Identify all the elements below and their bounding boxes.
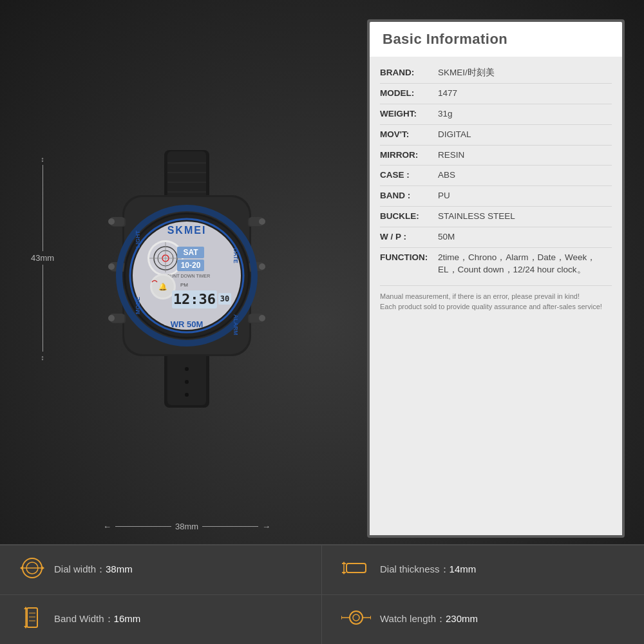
info-content: BRAND:SKMEI/时刻美MODEL:1477WEIGHT:31gMOV'T…	[370, 57, 622, 535]
svg-marker-66	[42, 566, 44, 570]
svg-point-8	[108, 218, 115, 225]
svg-text:SKMEI: SKMEI	[167, 225, 207, 236]
svg-marker-84	[341, 616, 342, 620]
svg-point-80	[350, 611, 363, 624]
info-value-1: 1477	[438, 88, 612, 100]
svg-text:12:36: 12:36	[173, 291, 216, 307]
info-row-2: WEIGHT:31g	[380, 104, 612, 125]
info-label-0: BRAND:	[380, 67, 438, 79]
svg-marker-85	[370, 616, 371, 620]
watch-illustration: LIGHT DATE MODE ALARM SKMEI	[87, 150, 287, 408]
info-label-6: BAND :	[380, 190, 438, 202]
info-label-7: BUCKLE:	[380, 211, 438, 223]
svg-text:MODE: MODE	[135, 297, 141, 314]
svg-text:PM: PM	[180, 282, 188, 288]
info-value-0: SKMEI/时刻美	[438, 67, 612, 79]
svg-marker-71	[342, 562, 346, 564]
info-label-8: W / P :	[380, 231, 438, 243]
info-label-5: CASE :	[380, 169, 438, 182]
info-value-9: 2time，Chrono，Alarm，Date，Week，EL，Count do…	[438, 252, 612, 276]
info-row-1: MODEL:1477	[380, 84, 612, 104]
svg-text:WR 50M: WR 50M	[171, 319, 204, 329]
info-panel: Basic Information BRAND:SKMEI/时刻美MODEL:1…	[367, 19, 625, 538]
svg-point-20	[259, 263, 265, 270]
spec-dial-width: Dial width：38mm	[0, 545, 322, 595]
spec-dial-width-text: Dial width：38mm	[54, 564, 133, 576]
info-note: Manual measurement, if there is an error…	[380, 285, 612, 312]
watch-length-icon	[341, 608, 371, 631]
info-label-2: WEIGHT:	[380, 108, 438, 120]
info-label-3: MOV'T:	[380, 129, 438, 141]
svg-point-56	[185, 380, 189, 384]
dial-width-icon	[19, 556, 45, 584]
info-value-6: PU	[438, 190, 612, 202]
svg-point-11	[108, 263, 115, 270]
info-value-4: RESIN	[438, 149, 612, 162]
spec-band-width: Band Width：16mm	[0, 595, 322, 645]
svg-text:ALARM: ALARM	[232, 314, 239, 336]
dim-38mm-label: 38mm	[175, 522, 198, 531]
info-row-8: W / P :50M	[380, 227, 612, 248]
bottom-section: Dial width：38mm Dial thickness：14mm	[0, 544, 644, 644]
dial-thickness-icon	[341, 558, 371, 582]
svg-point-81	[353, 614, 359, 621]
spec-watch-length-text: Watch length：230mm	[380, 613, 478, 625]
info-row-4: MIRROR:RESIN	[380, 146, 612, 166]
svg-point-55	[185, 367, 189, 371]
spec-dial-thickness-text: Dial thickness：14mm	[380, 564, 476, 576]
spec-watch-length: Watch length：230mm	[322, 595, 644, 645]
info-row-9: FUNCTION:2time，Chrono，Alarm，Date，Week，EL…	[380, 248, 612, 280]
info-label-1: MODEL:	[380, 88, 438, 100]
info-row-0: BRAND:SKMEI/时刻美	[380, 63, 612, 84]
svg-text:30: 30	[220, 294, 229, 303]
svg-rect-73	[27, 608, 37, 627]
info-row-5: CASE :ABS	[380, 166, 612, 186]
info-row-7: BUCKLE:STAINLESS STEEL	[380, 207, 612, 227]
svg-point-23	[259, 315, 265, 321]
info-label-4: MIRROR:	[380, 149, 438, 162]
spec-band-width-text: Band Width：16mm	[54, 613, 140, 625]
info-value-3: DIGITAL	[438, 129, 612, 141]
svg-rect-67	[346, 564, 366, 573]
info-row-6: BAND :PU	[380, 186, 612, 207]
svg-text:10-20: 10-20	[181, 261, 201, 270]
info-row-3: MOV'T:DIGITAL	[380, 125, 612, 146]
svg-text:LIGHT: LIGHT	[135, 230, 141, 247]
info-note-line2: Each product sold to provide quality ass…	[380, 301, 612, 312]
info-note-line1: Manual measurement, if there is an error…	[380, 291, 612, 302]
svg-text:🔔: 🔔	[158, 282, 167, 291]
info-value-2: 31g	[438, 108, 612, 120]
main-container: ↕ 43mm ↕	[0, 0, 644, 644]
svg-marker-72	[342, 572, 346, 574]
watch-area: ↕ 43mm ↕	[19, 19, 354, 538]
spec-dial-thickness: Dial thickness：14mm	[322, 545, 644, 595]
info-value-8: 50M	[438, 231, 612, 243]
svg-text:SAT: SAT	[183, 248, 198, 257]
info-value-5: ABS	[438, 169, 612, 182]
svg-marker-65	[20, 566, 23, 570]
info-value-7: STAINLESS STEEL	[438, 211, 612, 223]
svg-point-57	[185, 393, 189, 397]
info-label-9: FUNCTION:	[380, 252, 438, 264]
dim-43mm-label: 43mm	[31, 253, 54, 263]
band-width-icon	[19, 605, 45, 634]
info-title-bar: Basic Information	[370, 22, 622, 57]
top-section: ↕ 43mm ↕	[0, 0, 644, 544]
svg-text:DATE: DATE	[232, 248, 239, 263]
info-title: Basic Information	[383, 31, 609, 48]
svg-point-14	[108, 315, 115, 321]
svg-point-17	[259, 218, 265, 225]
